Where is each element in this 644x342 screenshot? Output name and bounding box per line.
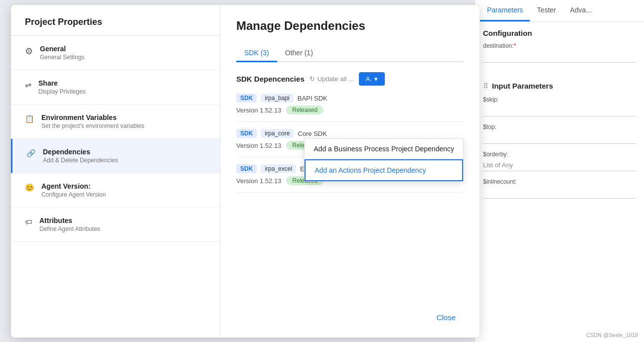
sidebar-header: Project Properties [11,5,220,36]
tab-advanced[interactable]: Adva... [563,0,599,21]
sdk-item-bapi-row1: SDK irpa_bapi BAPI SDK [236,94,464,103]
env-vars-icon: 📋 [25,114,34,123]
destination-label: destination:* [483,42,636,49]
sidebar-item-dependencies-subtitle: Add & Delete Dependencies [43,157,118,164]
sdk-badge-core: SDK [236,129,257,138]
sidebar-item-attributes-text: Attributes Define Agent Attributes [39,217,100,232]
sidebar-item-env-vars-title: Environment Variables [41,114,144,121]
skip-input[interactable] [483,105,636,116]
attributes-icon: 🏷 [25,218,32,226]
sidebar-item-share[interactable]: ⇌ Share Display Privileges [11,70,220,105]
add-dependency-button[interactable]: A. ▾ [359,72,385,86]
dropdown-item-business-process[interactable]: Add a Business Process Project Dependenc… [305,139,463,159]
orderby-input[interactable] [483,159,636,171]
project-properties-dialog: Project Properties ⚙ General General Set… [11,5,480,338]
sidebar-item-share-subtitle: Display Privileges [38,88,86,95]
top-field: $top: [483,123,636,144]
sdk-desc-core: Core SDK [298,130,327,137]
sidebar-item-general[interactable]: ⚙ General General Settings [11,36,220,70]
sidebar-item-attributes-subtitle: Define Agent Attributes [39,226,100,232]
watermark: CSDN @Seele_1018 [586,332,638,338]
orderby-label: $orderby: [483,151,636,158]
update-all-button[interactable]: ↻ Update all ... [310,75,354,83]
sdk-name-excel: irpa_excel [261,164,296,173]
input-parameters-title: ⠿ Input Parameters [483,82,636,90]
sdk-version-core: Version 1.52.13 [236,142,281,149]
sidebar-item-dependencies-text: Dependencies Add & Delete Dependencies [43,148,118,164]
tab-tester[interactable]: Tester [530,0,563,21]
sidebar: Project Properties ⚙ General General Set… [11,5,220,338]
sdk-version-excel: Version 1.52.13 [236,177,281,185]
sidebar-item-attributes-title: Attributes [39,217,100,225]
inlinecount-label: $inlinecount: [483,178,636,185]
sidebar-item-share-text: Share Display Privileges [38,79,86,95]
sdk-name-core: irpa_core [261,129,294,138]
update-all-label: Update all ... [318,75,354,83]
refresh-icon: ↻ [310,75,315,83]
tab-other[interactable]: Other (1) [277,45,321,62]
inlinecount-field: $inlinecount: [483,178,636,199]
configuration-title: Configuration [483,29,636,37]
sidebar-item-env-vars-subtitle: Set the project's environment variables [41,122,144,129]
sdk-desc-bapi: BAPI SDK [298,95,327,102]
sidebar-item-agent-version-title: Agent Version: [41,182,106,190]
skip-label: $skip: [483,96,636,103]
share-icon: ⇌ [25,80,31,90]
sidebar-item-dependencies[interactable]: 🔗 Dependencies Add & Delete Dependencies [11,139,220,173]
sidebar-item-share-title: Share [38,79,86,87]
page-title: Manage Dependencies [236,19,464,33]
chevron-down-icon: ▾ [374,75,378,83]
sdk-badge-excel: SDK [236,164,257,173]
agent-version-icon: 😊 [25,183,34,192]
top-label: $top: [483,123,636,130]
sdk-status-bapi: Released [286,106,323,114]
tab-sdk[interactable]: SDK (3) [236,45,277,62]
skip-field: $skip: [483,96,636,116]
sdk-version-bapi: Version 1.52.13 [236,107,281,114]
tab-parameters[interactable]: Parameters [480,0,530,21]
add-button-label: A. [366,75,372,83]
sidebar-item-agent-version-subtitle: Configure Agent Version [41,191,106,198]
sidebar-item-agent-version-text: Agent Version: Configure Agent Version [41,182,106,198]
tabs-bar: SDK (3) Other (1) [236,45,464,62]
gear-icon: ⚙ [25,46,33,57]
sidebar-item-env-vars[interactable]: 📋 Environment Variables Set the project'… [11,105,220,139]
sidebar-item-dependencies-title: Dependencies [43,148,118,156]
sdk-badge-bapi: SDK [236,94,257,103]
sdk-item-bapi-row2: Version 1.52.13 Released [236,106,464,114]
sdk-item-core-row1: SDK irpa_core Core SDK [236,129,464,138]
sidebar-item-general-subtitle: General Settings [40,54,84,61]
sdk-item-bapi: SDK irpa_bapi BAPI SDK Version 1.52.13 R… [236,94,464,122]
sidebar-item-agent-version[interactable]: 😊 Agent Version: Configure Agent Version [11,173,220,208]
drag-handle-icon: ⠿ [483,82,488,90]
sidebar-item-attributes[interactable]: 🏷 Attributes Define Agent Attributes [11,208,220,242]
right-panel-tabs: Parameters Tester Adva... [475,0,644,22]
sdk-section-header: SDK Depencencies ↻ Update all ... A. ▾ [236,72,464,86]
sdk-name-bapi: irpa_bapi [261,94,293,103]
destination-field: destination:* [483,42,636,70]
sidebar-item-env-vars-text: Environment Variables Set the project's … [41,114,144,129]
dropdown-item-actions[interactable]: Add an Actions Project Dependency [305,159,463,181]
close-button[interactable]: Close [429,309,464,326]
main-content: Manage Dependencies SDK (3) Other (1) SD… [220,5,480,338]
sidebar-item-general-text: General General Settings [40,45,84,61]
sdk-section-title: SDK Depencencies [236,75,305,83]
top-input[interactable] [483,132,636,144]
link-icon: 🔗 [26,149,36,158]
orderby-field: $orderby: [483,151,636,171]
right-panel-content: Configuration destination:* ⠿ Input Para… [475,22,644,213]
add-dependency-dropdown: Add a Business Process Project Dependenc… [304,138,464,182]
required-asterisk: * [513,42,516,49]
destination-input[interactable] [483,51,636,63]
sidebar-item-general-title: General [40,45,84,53]
inlinecount-input[interactable] [483,187,636,199]
